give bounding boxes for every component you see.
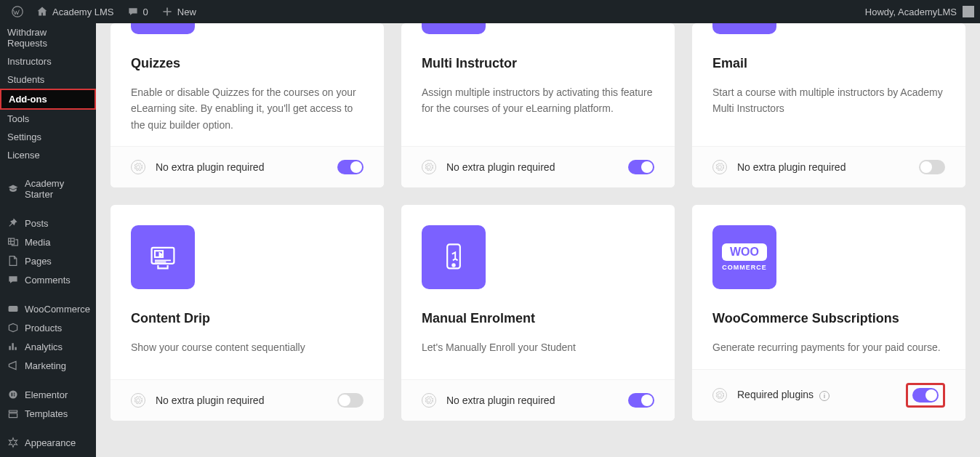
sidebar-item-appearance[interactable]: Appearance	[0, 433, 96, 452]
addon-title: Quizzes	[131, 56, 364, 71]
toggle-switch[interactable]	[912, 388, 939, 403]
greeting: Howdy, AcademyLMS	[865, 7, 957, 17]
footer-label: No extra plugin required	[737, 161, 846, 173]
svg-rect-6	[14, 395, 15, 396]
elementor-icon	[7, 389, 19, 400]
sidebar-sub-add-ons[interactable]: Add-ons	[0, 89, 96, 110]
templates-icon	[7, 408, 19, 419]
svg-rect-2	[9, 390, 17, 398]
sidebar-item-pages[interactable]: Pages	[0, 251, 96, 270]
svg-rect-1	[9, 306, 18, 312]
home-icon	[36, 6, 48, 17]
card-footer: No extra plugin required	[111, 379, 384, 421]
toggle-switch[interactable]	[628, 393, 654, 408]
addon-title: Content Drip	[131, 311, 364, 326]
card-footer: No extra plugin required	[401, 146, 675, 187]
sidebar-item-products[interactable]: Products	[0, 318, 96, 337]
admin-bar: Academy LMS 0 New Howdy, AcademyLMS	[0, 0, 980, 23]
footer-label: No extra plugin required	[156, 395, 264, 406]
sidebar-item-elementor[interactable]: Elementor	[0, 385, 96, 404]
toggle-switch[interactable]	[337, 160, 364, 174]
gear-icon	[422, 393, 436, 408]
sidebar-item-comments[interactable]: Comments	[0, 270, 96, 289]
comment-icon	[7, 274, 19, 286]
user-menu[interactable]: Howdy, AcademyLMS	[865, 6, 974, 17]
avatar-icon	[963, 6, 974, 17]
woo-icon	[7, 303, 19, 315]
info-icon[interactable]: i	[819, 391, 830, 401]
addon-title: Email	[712, 56, 945, 71]
addon-icon: WOOCOMMERCE	[712, 225, 776, 289]
addon-icon	[131, 23, 195, 34]
card-footer: No extra plugin required	[111, 146, 384, 187]
svg-point-11	[452, 264, 454, 267]
addon-card: Multi InstructorAssign multiple instruct…	[401, 23, 675, 187]
media-icon	[7, 236, 19, 248]
sidebar-item-academy-starter[interactable]: Academy Starter	[0, 174, 96, 203]
appearance-icon	[7, 437, 19, 448]
addon-description: Generate recurring payments for your pai…	[712, 339, 945, 355]
sidebar-item-analytics[interactable]: Analytics	[0, 337, 96, 356]
svg-rect-5	[14, 394, 15, 395]
sidebar-sub-instructors[interactable]: Instructors	[0, 52, 96, 70]
sidebar-item-templates[interactable]: Templates	[0, 404, 96, 423]
sidebar-sub-settings[interactable]: Settings	[0, 128, 96, 146]
cap-icon	[7, 183, 19, 195]
card-footer: No extra plugin required	[692, 146, 965, 187]
svg-rect-4	[14, 393, 15, 394]
addon-card: EmailStart a course with multiple instru…	[692, 23, 965, 187]
addon-card: WOOCOMMERCEWooCommerce SubscriptionsGene…	[692, 205, 965, 420]
toggle-highlight	[906, 383, 945, 408]
sidebar-item-woocommerce[interactable]: WooCommerce	[0, 299, 96, 318]
svg-rect-3	[12, 393, 13, 397]
product-icon	[7, 322, 19, 333]
site-name: Academy LMS	[52, 7, 114, 17]
admin-sidebar: Withdraw RequestsInstructorsStudentsAdd-…	[0, 23, 96, 457]
footer-label: Required plugins i	[737, 389, 830, 401]
footer-label: No extra plugin required	[446, 161, 555, 173]
addon-description: Assign multiple instructors by activatin…	[422, 84, 654, 117]
sidebar-item-plugins[interactable]: Plugins	[0, 452, 96, 457]
addon-card: QuizzesEnable or disable Quizzes for the…	[111, 23, 384, 187]
card-footer: No extra plugin required	[401, 379, 675, 421]
sidebar-item-media[interactable]: Media	[0, 232, 96, 251]
toggle-switch[interactable]	[337, 393, 364, 408]
addon-title: Manual Enrolment	[422, 311, 654, 326]
addon-description: Start a course with multiple instructors…	[712, 84, 945, 117]
addon-card: Manual EnrolmentLet's Manually Enroll yo…	[401, 205, 675, 420]
card-footer: Required plugins i	[692, 369, 965, 421]
gear-icon	[712, 160, 727, 174]
gear-icon	[131, 160, 145, 174]
comment-count: 0	[143, 7, 148, 17]
pin-icon	[7, 217, 19, 229]
sidebar-sub-students[interactable]: Students	[0, 70, 96, 89]
addon-title: Multi Instructor	[422, 56, 654, 71]
sidebar-sub-withdraw-requests[interactable]: Withdraw Requests	[0, 23, 96, 52]
addon-icon	[712, 23, 776, 34]
addon-icon	[422, 225, 486, 289]
sidebar-sub-license[interactable]: License	[0, 146, 96, 164]
comment-icon	[127, 6, 139, 17]
comments-link[interactable]: 0	[121, 0, 154, 23]
addon-description: Show your course content sequentially	[131, 339, 364, 355]
site-name-link[interactable]: Academy LMS	[31, 0, 120, 23]
footer-label: No extra plugin required	[156, 161, 264, 173]
wordpress-icon	[12, 6, 23, 17]
sidebar-sub-tools[interactable]: Tools	[0, 110, 96, 128]
page-icon	[7, 255, 19, 267]
toggle-switch[interactable]	[628, 160, 654, 174]
sidebar-item-posts[interactable]: Posts	[0, 214, 96, 232]
gear-icon	[712, 388, 727, 403]
gear-icon	[422, 160, 436, 174]
sidebar-item-marketing[interactable]: Marketing	[0, 356, 96, 375]
addon-description: Let's Manually Enroll your Student	[422, 339, 654, 355]
marketing-icon	[7, 360, 19, 371]
toggle-switch[interactable]	[919, 160, 945, 174]
new-link[interactable]: New	[156, 0, 202, 23]
gear-icon	[131, 393, 145, 408]
addon-icon	[131, 225, 195, 289]
wp-logo[interactable]	[6, 0, 29, 23]
main-content: QuizzesEnable or disable Quizzes for the…	[96, 23, 980, 457]
new-label: New	[177, 7, 196, 17]
addon-icon	[422, 23, 486, 34]
